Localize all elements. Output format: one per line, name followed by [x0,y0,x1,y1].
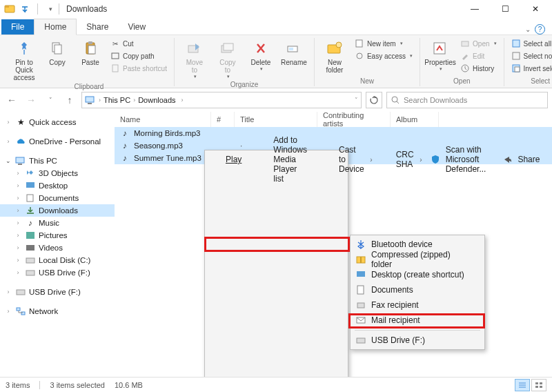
copy-path-button[interactable]: Copy path [108,50,170,61]
nav-documents[interactable]: ›Documents [0,192,115,204]
mail-icon [355,315,366,326]
sendto-mail[interactable]: Mail recipient [352,313,483,328]
invert-selection-button[interactable]: Invert selection [509,63,552,74]
open-button[interactable]: Open▾ [457,38,499,49]
nav-network[interactable]: ›Network [0,305,115,317]
copy-button[interactable]: Copy [41,38,73,68]
maximize-button[interactable]: ☐ [490,0,520,18]
tab-file[interactable]: File [1,19,34,35]
close-button[interactable]: ✕ [520,0,551,18]
nav-usb-drive[interactable]: ›USB Drive (F:) [0,286,115,298]
refresh-button[interactable] [366,92,382,108]
qat-dropdown-icon[interactable] [19,3,30,14]
col-header-title[interactable]: Title [235,112,317,127]
properties-icon [431,39,450,57]
svg-rect-35 [26,271,34,275]
nav-this-pc[interactable]: ⌄This PC [0,155,115,167]
tab-home[interactable]: Home [34,19,77,35]
breadcrumb[interactable]: This PC [103,96,130,104]
nav-videos[interactable]: ›Videos [0,242,115,254]
rename-button[interactable]: Rename [278,38,310,68]
minimize-button[interactable]: — [460,0,490,18]
easy-access-button[interactable]: Easy access▾ [352,50,415,61]
col-header-album[interactable]: Album [391,112,439,127]
sendto-usb[interactable]: USB Drive (F:) [352,333,483,348]
nav-3d-objects[interactable]: ›3D Objects [0,167,115,179]
desktop-shortcut-icon [355,269,366,280]
svg-rect-29 [18,164,22,165]
cut-icon: ✂ [110,39,120,48]
col-header-number[interactable]: # [211,112,235,127]
context-share[interactable]: Share [498,152,552,167]
cut-button[interactable]: ✂Cut [108,38,170,49]
col-header-artists[interactable]: Contributing artists [317,112,391,127]
delete-button[interactable]: Delete▾ [245,38,277,73]
context-crc[interactable]: CRC SHA› [377,152,426,167]
nav-music[interactable]: ›♪Music [0,217,115,229]
properties-button[interactable]: Properties▾ [424,38,456,73]
edit-icon [460,51,470,61]
copy-to-icon [218,39,237,57]
pin-to-quick-access-button[interactable]: Pin to Quick access [8,38,40,83]
tab-share[interactable]: Share [77,19,118,35]
svg-rect-33 [26,245,34,251]
ribbon-group-clipboard: Pin to Quick access Copy Paste ✂Cut Copy… [4,38,175,86]
svg-rect-24 [515,67,520,72]
nav-local-disk[interactable]: ›Local Disk (C:) [0,254,115,266]
select-all-button[interactable]: Select all [509,38,552,49]
sendto-fax[interactable]: Fax recipient [352,297,483,313]
breadcrumb[interactable]: Downloads [138,96,175,104]
context-play[interactable]: Play [206,152,254,167]
status-selected-count: 3 items selected [50,381,104,389]
context-scan[interactable]: Scan with Microsoft Defender... [426,152,499,167]
nav-pictures[interactable]: ›Pictures [0,229,115,242]
file-row[interactable]: ♪Morning Birds.mp3 [115,127,552,139]
search-input[interactable]: Search Downloads [386,92,548,108]
nav-downloads[interactable]: ›Downloads [0,204,115,217]
svg-rect-5 [88,41,92,44]
nav-up-button[interactable]: ↑ [62,92,77,108]
edit-button[interactable]: Edit [457,50,499,61]
history-button[interactable]: History [457,63,499,74]
col-header-name[interactable]: Name [115,112,211,127]
context-add-wmp[interactable]: Add to Windows Media Player list [254,152,319,167]
copy-to-button[interactable]: Copy to▾ [212,38,244,81]
sendto-compressed[interactable]: Compressed (zipped) folder [352,252,483,267]
paste-shortcut-button[interactable]: Paste shortcut [108,63,170,74]
ribbon-collapse-icon[interactable]: ⌄ [525,26,531,33]
tab-view[interactable]: View [118,19,155,35]
new-folder-button[interactable]: New folder [319,38,351,75]
audio-file-icon: ♪ [120,128,130,138]
nav-recent-button[interactable]: ˅ [43,92,58,108]
qat-overflow-icon[interactable]: ▾ [45,3,56,14]
help-icon[interactable]: ? [535,24,545,35]
select-none-button[interactable]: Select none [509,50,552,61]
nav-quick-access[interactable]: ›★Quick access [0,116,115,128]
new-item-button[interactable]: New item▾ [352,38,415,49]
usb-icon [15,287,26,297]
nav-forward-button[interactable]: → [23,92,39,108]
nav-usb-drive-child[interactable]: ›USB Drive (F:) [0,266,115,279]
address-dropdown-icon[interactable]: ˅ [355,97,358,104]
fax-icon [355,300,366,311]
nav-back-button[interactable]: ← [4,92,19,108]
context-cast[interactable]: Cast to Device› [319,152,377,167]
easy-access-icon [355,51,364,61]
address-bar[interactable]: ›This PC ›Downloads› ˅ [81,92,362,108]
view-thumbnails-button[interactable] [531,379,546,391]
svg-rect-18 [434,43,445,54]
context-menu: Play Add to Windows Media Player list Ca… [204,150,348,392]
svg-rect-47 [540,382,542,384]
svg-rect-34 [26,258,34,263]
sendto-desktop[interactable]: Desktop (create shortcut) [352,267,483,282]
svg-rect-11 [224,43,233,50]
nav-desktop[interactable]: ›Desktop [0,179,115,192]
star-icon: ★ [15,117,26,127]
move-to-button[interactable]: Move to▾ [179,38,210,81]
view-details-button[interactable] [515,379,530,391]
videos-icon [25,243,36,253]
app-icon [4,3,15,14]
sendto-documents[interactable]: Documents [352,282,483,297]
nav-onedrive[interactable]: ›OneDrive - Personal [0,135,115,148]
paste-button[interactable]: Paste [75,38,106,68]
